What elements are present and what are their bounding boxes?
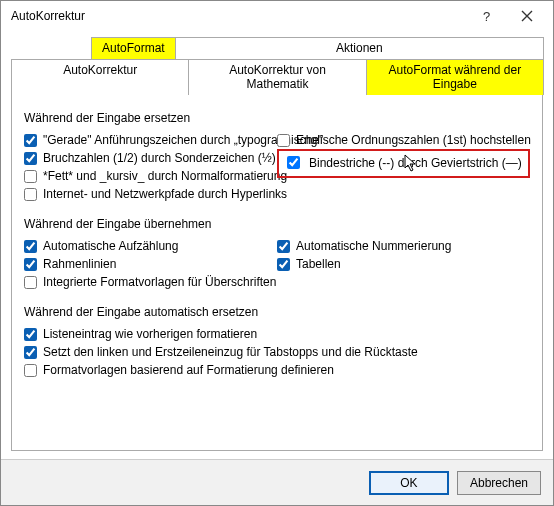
highlighted-option: Bindestriche (--) durch Geviertstrich (—… bbox=[277, 149, 530, 178]
button-label: Abbrechen bbox=[470, 476, 528, 490]
tab-label: AutoKorrektur von Mathematik bbox=[229, 63, 326, 91]
checkbox-input[interactable] bbox=[24, 346, 37, 359]
tab-aktionen[interactable]: Aktionen bbox=[175, 37, 544, 59]
tab-autoformat-eingabe[interactable]: AutoFormat während der Eingabe bbox=[366, 59, 544, 95]
checkbox-input[interactable] bbox=[24, 134, 37, 147]
checkbox-input[interactable] bbox=[24, 258, 37, 271]
checkbox-styles[interactable]: Integrierte Formatvorlagen für Überschri… bbox=[24, 273, 277, 291]
dialog-content: AutoFormat Aktionen AutoKorrektur AutoKo… bbox=[1, 31, 553, 459]
checkbox-label: Bruchzahlen (1/2) durch Sonderzeichen (½… bbox=[43, 151, 276, 165]
checkbox-bold-italic[interactable]: *Fett* und _kursiv_ durch Normalformatie… bbox=[24, 167, 277, 185]
checkbox-input[interactable] bbox=[24, 240, 37, 253]
checkbox-input[interactable] bbox=[24, 152, 37, 165]
tab-autoformat[interactable]: AutoFormat bbox=[91, 37, 176, 59]
checkbox-label: Internet- und Netzwerkpfade durch Hyperl… bbox=[43, 187, 287, 201]
checkbox-label: Rahmenlinien bbox=[43, 257, 116, 271]
checkbox-label: Automatische Aufzählung bbox=[43, 239, 178, 253]
window-title: AutoKorrektur bbox=[11, 9, 467, 23]
tab-label: Aktionen bbox=[336, 41, 383, 55]
cancel-button[interactable]: Abbrechen bbox=[457, 471, 541, 495]
checkbox-numbering[interactable]: Automatische Nummerierung bbox=[277, 237, 530, 255]
checkbox-define-styles[interactable]: Formatvorlagen basierend auf Formatierun… bbox=[24, 361, 530, 379]
help-button[interactable]: ? bbox=[467, 2, 507, 30]
group-replace-label: Während der Eingabe ersetzen bbox=[24, 111, 530, 125]
button-label: OK bbox=[400, 476, 417, 490]
checkbox-input[interactable] bbox=[24, 276, 37, 289]
checkbox-indent[interactable]: Setzt den linken und Erstzeileneinzug fü… bbox=[24, 343, 530, 361]
tab-label: AutoFormat während der Eingabe bbox=[388, 63, 521, 91]
group-apply-label: Während der Eingabe übernehmen bbox=[24, 217, 530, 231]
titlebar: AutoKorrektur ? bbox=[1, 1, 553, 31]
checkbox-quotes[interactable]: "Gerade" Anführungszeichen durch „typogr… bbox=[24, 131, 277, 149]
checkbox-input[interactable] bbox=[24, 328, 37, 341]
checkbox-label: Englische Ordnungszahlen (1st) hochstell… bbox=[296, 133, 531, 147]
checkbox-label: Tabellen bbox=[296, 257, 341, 271]
tab-label: AutoFormat bbox=[102, 41, 165, 55]
checkbox-label: Integrierte Formatvorlagen für Überschri… bbox=[43, 275, 276, 289]
dialog-window: AutoKorrektur ? AutoFormat Aktionen Auto… bbox=[0, 0, 554, 506]
dialog-footer: OK Abbrechen bbox=[1, 459, 553, 505]
checkbox-input[interactable] bbox=[287, 156, 300, 169]
checkbox-ordinals[interactable]: Englische Ordnungszahlen (1st) hochstell… bbox=[277, 131, 530, 149]
tab-autokorrektur[interactable]: AutoKorrektur bbox=[11, 59, 189, 95]
svg-text:?: ? bbox=[483, 10, 490, 22]
ok-button[interactable]: OK bbox=[369, 471, 449, 495]
tab-autokorrektur-math[interactable]: AutoKorrektur von Mathematik bbox=[188, 59, 366, 95]
checkbox-borders[interactable]: Rahmenlinien bbox=[24, 255, 277, 273]
group-auto-label: Während der Eingabe automatisch ersetzen bbox=[24, 305, 530, 319]
checkbox-bullets[interactable]: Automatische Aufzählung bbox=[24, 237, 277, 255]
checkbox-input[interactable] bbox=[277, 240, 290, 253]
checkbox-label: Formatvorlagen basierend auf Formatierun… bbox=[43, 363, 334, 377]
checkbox-input[interactable] bbox=[277, 134, 290, 147]
checkbox-label: Setzt den linken und Erstzeileneinzug fü… bbox=[43, 345, 418, 359]
checkbox-label: Automatische Nummerierung bbox=[296, 239, 451, 253]
checkbox-input[interactable] bbox=[277, 258, 290, 271]
checkbox-input[interactable] bbox=[24, 170, 37, 183]
tab-label: AutoKorrektur bbox=[63, 63, 137, 77]
tab-control: AutoFormat Aktionen AutoKorrektur AutoKo… bbox=[11, 37, 543, 95]
tab-panel: Während der Eingabe ersetzen "Gerade" An… bbox=[11, 94, 543, 451]
checkbox-input[interactable] bbox=[24, 188, 37, 201]
checkbox-hyperlinks[interactable]: Internet- und Netzwerkpfade durch Hyperl… bbox=[24, 185, 277, 203]
checkbox-label: Bindestriche (--) durch Geviertstrich (—… bbox=[309, 156, 522, 170]
checkbox-label: *Fett* und _kursiv_ durch Normalformatie… bbox=[43, 169, 287, 183]
close-button[interactable] bbox=[507, 2, 547, 30]
checkbox-label: Listeneintrag wie vorherigen formatieren bbox=[43, 327, 257, 341]
checkbox-list-format[interactable]: Listeneintrag wie vorherigen formatieren bbox=[24, 325, 530, 343]
checkbox-fractions[interactable]: Bruchzahlen (1/2) durch Sonderzeichen (½… bbox=[24, 149, 277, 167]
checkbox-tables[interactable]: Tabellen bbox=[277, 255, 530, 273]
checkbox-input[interactable] bbox=[24, 364, 37, 377]
